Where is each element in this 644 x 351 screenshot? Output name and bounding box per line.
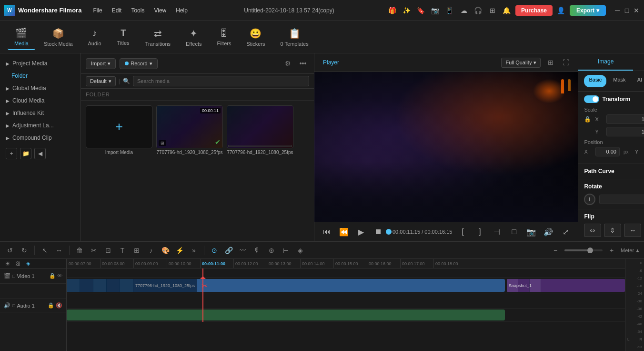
stop-button[interactable]: ⏹ [372, 225, 385, 238]
grid-icon[interactable]: ⊞ [487, 5, 498, 16]
nav-stickers[interactable]: 😀 Stickers [240, 25, 272, 50]
tl-select-button[interactable]: ↖ [39, 244, 51, 257]
zoom-slider[interactable] [564, 249, 603, 251]
import-thumb[interactable]: + [86, 105, 152, 148]
tl-cut-button[interactable]: ✂ [88, 244, 100, 257]
tl-chain-icon[interactable]: ⛓ [13, 259, 22, 268]
quality-select[interactable]: Full Quality ▾ [501, 58, 541, 68]
avatar[interactable]: 👤 [555, 5, 567, 16]
tl-split-button[interactable]: ⊢ [280, 244, 292, 257]
clip2-thumb[interactable] [227, 105, 293, 148]
playhead[interactable] [202, 278, 203, 293]
close-button[interactable]: ✕ [633, 7, 640, 14]
search-input[interactable] [133, 76, 309, 86]
nav-transitions[interactable]: ⇄ Transitions [139, 25, 177, 50]
grid-view-icon[interactable]: ⊞ [544, 56, 557, 69]
tl-redo-button[interactable]: ↻ [18, 244, 30, 257]
sidebar-item-project[interactable]: ▶ Project Media [0, 57, 80, 70]
menu-file[interactable]: File [89, 5, 106, 16]
video-lock-icon[interactable]: 🔒 [49, 273, 56, 279]
bookmark-icon[interactable]: 🔖 [415, 5, 427, 16]
nav-templates[interactable]: 📋 0 Templates [274, 25, 315, 50]
flip-h-button[interactable]: ↔ [624, 224, 641, 237]
notification-icon[interactable]: 🔔 [501, 5, 513, 16]
menu-edit[interactable]: Edit [108, 5, 126, 16]
tab-color[interactable]: Color [633, 53, 644, 71]
pos-x-value[interactable]: 0.00 [595, 147, 620, 156]
tl-snap-button[interactable]: ⊙ [208, 244, 221, 257]
tl-ai-audio-button[interactable]: ⊛ [265, 244, 278, 257]
skip-back-button[interactable]: ⏮ [320, 225, 333, 238]
maximize-button[interactable]: □ [623, 7, 631, 14]
phone-icon[interactable]: 📱 [444, 5, 455, 16]
subtab-mask[interactable]: Mask [608, 75, 630, 87]
tl-marker-icon[interactable]: ◈ [24, 259, 32, 268]
export-button[interactable]: Export ▾ [570, 5, 606, 16]
gift-icon[interactable]: 🎁 [387, 5, 398, 16]
tl-text-button[interactable]: T [116, 244, 129, 257]
tl-link-button[interactable]: 🔗 [222, 244, 235, 257]
more-options-icon[interactable]: ••• [297, 57, 309, 70]
rotate-value[interactable]: 0.00° [599, 195, 644, 204]
tl-mic-button[interactable]: 🎙 [251, 244, 263, 257]
scale-x-value[interactable]: 100.00 [606, 114, 644, 124]
clip1-thumb[interactable]: 00:00:11 ⊞ ✔ [156, 105, 223, 148]
nav-titles[interactable]: T Titles [110, 25, 137, 49]
sidebar-item-global[interactable]: ▶ Global Media [0, 82, 80, 94]
menu-tools[interactable]: Tools [127, 5, 148, 16]
menu-help[interactable]: Help [172, 5, 191, 16]
flip-horizontal-button[interactable]: ⇔ [584, 224, 601, 237]
audio-mute-icon[interactable]: 🔇 [56, 302, 62, 309]
tl-keyframe2-button[interactable]: ◈ [294, 244, 306, 257]
flip-vertical-button[interactable]: ⇕ [604, 224, 621, 237]
collapse-button[interactable]: ◀ [34, 148, 46, 159]
insert-button[interactable]: ⊣ [490, 225, 503, 238]
tl-audio-button[interactable]: ♪ [145, 244, 157, 257]
tl-crop-button[interactable]: ⊡ [102, 244, 114, 257]
filter-icon[interactable]: ⚙ [282, 57, 294, 70]
tl-group-icon[interactable]: ⊞ [3, 259, 11, 268]
video-clip[interactable]: 7707796-hd_1920_1080_25fps [67, 279, 505, 292]
audio-clip[interactable] [67, 310, 505, 320]
headphone-icon[interactable]: 🎧 [473, 5, 484, 16]
tl-delete-button[interactable]: 🗑 [73, 244, 86, 257]
snapshot-clip[interactable]: Snapshot_1 Snapshot_1 [507, 279, 625, 292]
default-button[interactable]: Default ▾ [86, 76, 116, 86]
tl-color-button[interactable]: 🎨 [159, 244, 171, 257]
nav-filters[interactable]: 🎛 Filters [210, 25, 238, 49]
tl-speed-button[interactable]: ⚡ [173, 244, 186, 257]
minimize-button[interactable]: ─ [614, 7, 621, 14]
tl-zoom-in-button[interactable]: + [605, 244, 618, 257]
cloud-icon[interactable]: ☁ [458, 5, 470, 16]
tl-transform-button[interactable]: ⊞ [131, 244, 143, 257]
nav-effects[interactable]: ✦ Effects [179, 25, 208, 50]
nav-stock-media[interactable]: 📦 Stock Media [37, 25, 80, 50]
subtab-ai-tools[interactable]: AI Tools [633, 75, 644, 87]
audio-lock-icon[interactable]: 🔒 [48, 302, 54, 309]
import-button[interactable]: Import ▾ [86, 58, 116, 69]
play-button[interactable]: ▶ [354, 225, 368, 238]
tab-image[interactable]: Image [578, 53, 633, 71]
frame-back-button[interactable]: ⏪ [337, 225, 351, 238]
subtab-basic[interactable]: Basic [584, 75, 606, 87]
nav-media[interactable]: 🎬 Media [8, 24, 35, 50]
fullscreen-icon[interactable]: ⛶ [560, 56, 572, 69]
tab-player[interactable]: Player [320, 58, 342, 67]
fullscreen-button[interactable]: ⤢ [559, 225, 572, 238]
volume-button[interactable]: 🔊 [542, 225, 555, 238]
overwrite-button[interactable]: □ [507, 225, 521, 238]
sidebar-item-influence[interactable]: ▶ Influence Kit [0, 107, 80, 119]
sidebar-item-folder[interactable]: Folder [0, 70, 80, 82]
add-folder-button[interactable]: + [6, 148, 17, 159]
screenshot-icon[interactable]: 📷 [430, 5, 441, 16]
zoom-track[interactable] [564, 249, 603, 251]
purchase-button[interactable]: Purchase [515, 5, 553, 16]
new-folder-button[interactable]: 📁 [20, 148, 31, 159]
tl-ripple-button[interactable]: ↔ [53, 244, 65, 257]
magic-icon[interactable]: ✨ [401, 5, 413, 16]
nav-audio[interactable]: ♪ Audio [81, 25, 108, 49]
tl-audio-wave-button[interactable]: 〰 [237, 244, 249, 257]
sidebar-item-compound[interactable]: ▶ Compound Clip [0, 132, 80, 144]
mark-in-button[interactable]: [ [456, 225, 469, 238]
tl-undo-button[interactable]: ↺ [4, 244, 16, 257]
